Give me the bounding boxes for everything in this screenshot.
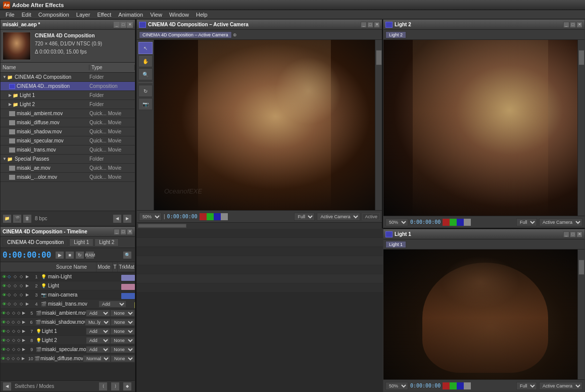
zoom-select[interactable]: 50% [139,213,162,221]
tl-tab-light2[interactable]: Light 2 [94,238,119,247]
tl-nav-btn2[interactable]: ⟩ [111,382,120,391]
zoom-tool-btn[interactable]: 🔍 [138,68,153,80]
trkmat-select[interactable]: None [111,319,135,326]
menu-view[interactable]: View [147,10,166,19]
list-item[interactable]: misaki_...olor.mov Quick... Movie [1,173,135,182]
expand-icon[interactable]: ▶ [26,274,32,279]
mode-select[interactable]: Add [86,310,111,317]
l1-quality-select[interactable]: Full [516,382,537,390]
l1-camera-select[interactable]: Active Camera [539,382,582,390]
track-row[interactable]: 👁 ◇ ◇ ◇ ▶ 10 🎬 misaki_diffuse.mov Normal… [1,354,135,363]
expand-icon[interactable]: ▶ [26,302,32,306]
list-item[interactable]: ▶ 📁 Light 1 Folder [1,91,135,100]
vis-icon[interactable]: 👁 [1,356,7,361]
tl-maximize[interactable]: □ [120,229,126,235]
mode-select[interactable]: Add [86,337,111,344]
l2-zoom-select[interactable]: 50% [385,218,408,226]
vis-icon[interactable]: 👁 [1,347,7,352]
tl-play-btn[interactable]: ▶ [55,251,64,259]
project-minimize-btn[interactable]: _ [114,22,120,28]
track-row[interactable]: 👁 ◇ ◇ ◇ ▶ 4 🎬 misaki_trans.mov Add [1,300,135,309]
project-maximize-btn[interactable]: □ [120,22,126,28]
menu-file[interactable]: File [2,10,18,19]
rotate-tool-btn[interactable]: ↻ [138,85,153,97]
list-item[interactable]: misaki_trans.mov Quick... Movie [1,145,135,155]
l1-close[interactable]: ✕ [576,231,582,237]
vis-icon[interactable]: 👁 [1,302,8,307]
main-viewer-maximize[interactable]: □ [367,22,373,28]
vis-icon[interactable]: 👁 [1,283,8,288]
tl-scroll-left[interactable]: ◀ [3,382,12,391]
main-viewer-close[interactable]: ✕ [374,22,380,28]
l2-scroll-thumb[interactable] [578,50,584,65]
new-folder-btn[interactable]: 📁 [3,214,12,223]
mode-select[interactable]: Add [99,301,126,308]
expand-icon[interactable]: ▶ [22,311,27,315]
camera-select[interactable]: Active Camera [317,213,360,221]
tl-keyframe-btn[interactable]: ◆ [123,382,132,391]
l2-minimize[interactable]: _ [563,22,569,28]
track-row[interactable]: 👁 ◇ ◇ ◇ ▶ 6 🎬 misaki_shadow.mov Mu..ly N… [1,318,135,327]
l2-close[interactable]: ✕ [576,22,582,28]
tl-loop-btn[interactable]: ↻ [75,251,84,259]
track-row[interactable]: 👁 ◇ ◇ ◇ ▶ 8 💡 Light 2 Add None [1,336,135,345]
main-viewer-tab[interactable]: CINEMA 4D Composition – Active Camera [139,31,232,38]
main-viewer-minimize[interactable]: _ [361,22,367,28]
l2-camera-select[interactable]: Active Camera [539,218,582,226]
menu-edit[interactable]: Edit [18,10,35,19]
light2-canvas[interactable] [383,40,577,216]
list-item[interactable]: ▶ 📁 Light 2 Folder [1,100,135,109]
scroll-left-btn[interactable]: ◀ [113,214,122,223]
mode-select[interactable]: Add [86,346,111,353]
hand-tool-btn[interactable]: ✋ [138,55,153,67]
tl-ram-preview-btn[interactable]: RAM [85,251,94,259]
main-viewer-canvas[interactable]: OceanofEXE [154,40,375,210]
delete-btn[interactable]: 🗑 [23,214,32,223]
light1-canvas[interactable] [383,250,577,379]
trkmat-select[interactable]: None [110,328,135,335]
list-item[interactable]: ▼ 📁 CINEMA 4D Composition Folder [1,73,135,82]
vis-icon[interactable]: 👁 [1,329,7,334]
quality-select[interactable]: Full [294,213,315,221]
l1-scroll-thumb[interactable] [578,260,584,275]
extended-timeline[interactable] [136,229,383,392]
light2-tab[interactable]: Light 2 [385,31,406,38]
list-item[interactable]: misaki_shadow.mov Quick... Movie [1,127,135,136]
new-comp-btn[interactable]: 🎬 [13,214,22,223]
vis-icon[interactable]: 👁 [1,338,7,343]
main-viewer-tab-close[interactable]: ⊕ [233,32,237,37]
track-row[interactable]: 👁 ◇ ◇ ◇ ▶ 5 🎬 misaki_ambient.mov Add Non… [1,309,135,318]
menu-composition[interactable]: Composition [35,10,73,19]
camera-tool-btn[interactable]: 📷 [138,98,153,110]
tl-stop-btn[interactable]: ■ [65,251,74,259]
list-item[interactable]: misaki_ae.mov Quick... Movie [1,164,135,173]
main-viewer-hscrollbar[interactable] [137,222,382,228]
track-list[interactable]: 👁 ◇ ◇ ◇ ▶ 1 💡 main-Light 👁 ◇ ◇ [1,272,135,380]
trkmat-select[interactable]: None [110,346,135,353]
select-tool-btn[interactable]: ↖ [138,42,153,54]
tl-tab-main[interactable]: CINEMA 4D Composition [3,238,68,247]
file-list[interactable]: ▼ 📁 CINEMA 4D Composition Folder CINEMA … [1,73,135,211]
expand-icon[interactable]: ▶ [22,338,27,342]
l1-scrollbar[interactable] [577,250,584,379]
l2-scrollbar[interactable] [577,40,584,216]
vis-icon[interactable]: 👁 [1,292,8,298]
expand-icon[interactable]: ▶ [22,356,27,361]
scroll-right-btn[interactable]: ▶ [123,214,132,223]
track-row[interactable]: 👁 ◇ ◇ ◇ ▶ 1 💡 main-Light [1,272,135,281]
track-row[interactable]: 👁 ◇ ◇ ◇ ▶ 9 🎬 misaki_specular.mov Add No… [1,345,135,354]
l2-quality-select[interactable]: Full [516,218,537,226]
menu-window[interactable]: Window [166,10,192,19]
vis-icon[interactable]: 👁 [1,274,8,279]
list-item[interactable]: misaki_diffuse.mov Quick... Movie [1,118,135,127]
expand-icon[interactable]: ▶ [22,329,27,333]
track-row[interactable]: 👁 ◇ ◇ ◇ ▶ 7 💡 Light 1 Add None [1,327,135,336]
list-item[interactable]: misaki_specular.mov Quick... Movie [1,136,135,145]
light1-tab[interactable]: Light 1 [385,241,406,248]
menu-animation[interactable]: Animation [115,10,147,19]
vis-icon[interactable]: 👁 [1,311,7,316]
trkmat-select[interactable]: None [110,337,135,344]
tl-nav-btn1[interactable]: ⟨ [99,382,108,391]
scroll-thumb[interactable] [376,50,382,65]
expand-icon[interactable]: ▶ [22,320,27,324]
